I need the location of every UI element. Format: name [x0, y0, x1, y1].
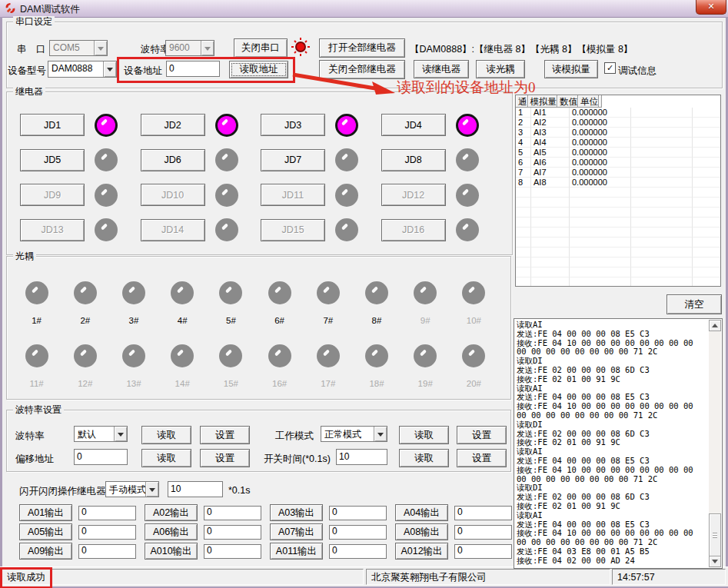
relay-button[interactable]: JD9	[20, 184, 85, 206]
model-combo[interactable]: DAM0888	[48, 61, 117, 78]
table-row[interactable]	[516, 198, 720, 208]
table-row[interactable]: 7 AI7 0.000000	[516, 168, 720, 178]
output-input[interactable]: 0	[78, 544, 136, 559]
table-row[interactable]	[516, 188, 720, 198]
output-button[interactable]: A03输出	[270, 504, 323, 521]
cell-extra	[693, 198, 720, 208]
table-header-cell[interactable]: 数值	[557, 95, 578, 108]
switch-read-button[interactable]: 读取	[399, 449, 449, 467]
table-row[interactable]	[516, 208, 720, 218]
relay-button[interactable]: JD5	[20, 149, 85, 171]
close-serial-button[interactable]: 关闭串口	[234, 38, 288, 58]
relay-button[interactable]: JD12	[381, 184, 446, 206]
relay-button[interactable]: JD1	[20, 114, 85, 136]
output-button[interactable]: A08输出	[395, 523, 448, 540]
output-button[interactable]: A06输出	[145, 523, 198, 540]
output-button[interactable]: A05输出	[19, 523, 72, 540]
baud-set-button[interactable]: 设置	[200, 426, 250, 444]
relay-button[interactable]: JD2	[141, 114, 205, 136]
flash-mode-combo-arrow-icon[interactable]	[145, 482, 158, 497]
table-row[interactable]: 2 AI2 0.000000	[516, 118, 720, 128]
output-button[interactable]: A04输出	[395, 504, 448, 521]
table-row[interactable]: 1 AI1 0.000000	[516, 108, 720, 118]
relay-button[interactable]: JD10	[141, 184, 205, 206]
output-input[interactable]: 0	[204, 506, 261, 520]
baud-combo[interactable]: 9600	[165, 40, 214, 56]
table-header-cell[interactable]	[599, 95, 602, 108]
switch-time-input[interactable]: 10	[336, 449, 387, 465]
relay-button[interactable]: JD11	[261, 184, 325, 206]
output-input[interactable]: 0	[454, 506, 512, 520]
relay-button[interactable]: JD8	[381, 149, 446, 171]
output-input[interactable]: 0	[454, 544, 512, 559]
port-combo-arrow-icon[interactable]	[94, 41, 107, 55]
table-row[interactable]	[516, 228, 720, 238]
log-panel[interactable]: 读取AI发送:FE 04 00 00 00 08 E5 C3接收:FE 04 1…	[514, 318, 723, 569]
output-input[interactable]: 0	[78, 506, 136, 520]
output-input[interactable]: 0	[204, 544, 261, 559]
baud-cfg-combo[interactable]: 默认	[74, 426, 128, 442]
offset-set-button[interactable]: 设置	[200, 449, 250, 467]
table-row[interactable]: 6 AI6 0.000000	[516, 158, 720, 168]
read-analog-button[interactable]: 读模拟量	[544, 60, 598, 78]
table-row[interactable]	[516, 238, 720, 247]
relay-button[interactable]: JD6	[141, 149, 205, 171]
output-button[interactable]: A07输出	[270, 523, 323, 540]
scroll-up-button[interactable]	[709, 320, 721, 331]
debug-checkbox[interactable]: ✓	[604, 62, 616, 74]
scroll-thumb[interactable]	[709, 513, 721, 556]
output-button[interactable]: A09输出	[19, 543, 72, 560]
model-combo-arrow-icon[interactable]	[103, 61, 116, 77]
output-button[interactable]: A011输出	[270, 543, 323, 560]
flash-time-input[interactable]: 10	[168, 481, 223, 497]
output-input[interactable]: 0	[78, 525, 136, 540]
open-all-relays-button[interactable]: 打开全部继电器	[319, 38, 405, 58]
baud-combo-arrow-icon[interactable]	[201, 41, 214, 55]
output-button[interactable]: A02输出	[145, 504, 198, 521]
port-combo[interactable]: COM5	[49, 40, 108, 56]
table-header-cell[interactable]: 单位	[578, 95, 599, 108]
work-mode-combo-arrow-icon[interactable]	[374, 427, 387, 441]
offset-read-button[interactable]: 读取	[141, 449, 191, 467]
output-button[interactable]: A012输出	[395, 543, 448, 560]
log-scrollbar[interactable]	[709, 320, 721, 567]
table-row[interactable]	[516, 247, 720, 257]
relay-button[interactable]: JD7	[261, 149, 325, 171]
read-opto-button[interactable]: 读光耦	[476, 60, 525, 78]
table-row[interactable]: 4 AI4 0.000000	[516, 138, 720, 148]
relay-button[interactable]: JD15	[261, 219, 325, 241]
table-row[interactable]: 8 AI8 0.000000	[516, 178, 720, 188]
table-row[interactable]: 3 AI3 0.000000	[516, 128, 720, 138]
close-button[interactable]: ✕	[696, 0, 726, 15]
output-button[interactable]: A01输出	[19, 504, 72, 521]
table-row[interactable]	[516, 218, 720, 228]
clear-log-button[interactable]: 清空	[667, 294, 722, 314]
relay-button[interactable]: JD3	[261, 114, 325, 136]
output-input[interactable]: 0	[454, 525, 512, 540]
output-input[interactable]: 0	[329, 525, 387, 540]
read-relay-button[interactable]: 读继电器	[414, 60, 469, 78]
table-row[interactable]	[516, 277, 720, 287]
output-input[interactable]: 0	[329, 544, 387, 559]
baud-read-button[interactable]: 读取	[141, 426, 191, 444]
mode-read-button[interactable]: 读取	[399, 426, 449, 444]
work-mode-combo[interactable]: 正常模式	[321, 426, 387, 442]
table-row[interactable]	[516, 267, 720, 277]
baud-cfg-combo-arrow-icon[interactable]	[114, 427, 127, 441]
switch-set-button[interactable]: 设置	[457, 449, 507, 467]
table-row[interactable]: 5 AI5 0.000000	[516, 148, 720, 158]
relay-button[interactable]: JD14	[141, 219, 205, 241]
flash-mode-combo[interactable]: 手动模式	[105, 481, 159, 497]
table-row[interactable]	[516, 257, 720, 267]
output-input[interactable]: 0	[329, 506, 387, 520]
app-window: DAM调试软件 ✕ 串口设定 串 口 COM5 波特率 9600 关闭串口 打开…	[0, 0, 728, 588]
opto-cell: 9#	[401, 281, 450, 325]
scroll-down-button[interactable]	[709, 556, 721, 567]
mode-set-button[interactable]: 设置	[457, 426, 507, 444]
relay-button[interactable]: JD4	[381, 114, 446, 136]
output-button[interactable]: A010输出	[145, 543, 198, 560]
output-input[interactable]: 0	[204, 525, 261, 540]
offset-input[interactable]: 0	[74, 449, 128, 465]
relay-button[interactable]: JD16	[381, 219, 446, 241]
relay-button[interactable]: JD13	[20, 219, 85, 241]
